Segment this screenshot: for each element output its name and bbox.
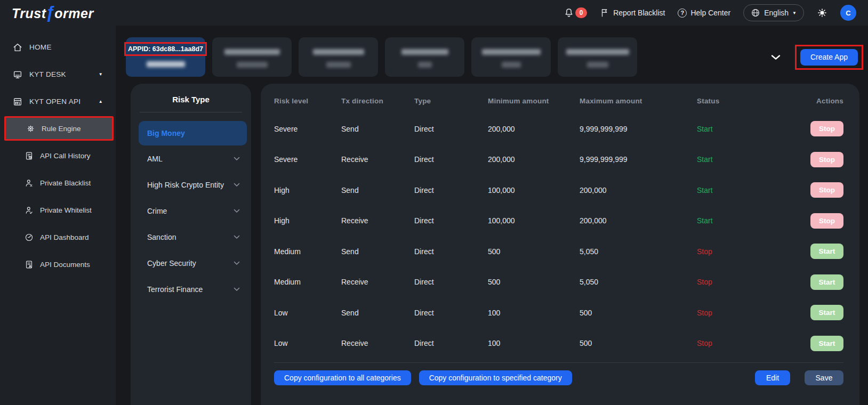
- action-button[interactable]: Start: [810, 274, 843, 290]
- help-icon: [678, 9, 687, 18]
- status-text: Start: [697, 216, 785, 225]
- blurred-text: [313, 49, 364, 55]
- risk-type-item[interactable]: AML: [131, 146, 251, 172]
- notifications-button[interactable]: 0: [564, 7, 587, 18]
- chevron-down-icon: ▼: [99, 72, 103, 77]
- table-row: Medium Receive Direct 500 5,050 Stop Sta…: [274, 267, 843, 298]
- save-button[interactable]: Save: [805, 370, 843, 385]
- language-label: English: [764, 9, 789, 17]
- cell-type: Direct: [414, 155, 488, 164]
- action-button[interactable]: Start: [810, 244, 843, 259]
- risk-type-item[interactable]: Big Money: [139, 121, 247, 145]
- chevron-down-icon: [234, 261, 240, 265]
- document-history-icon: [25, 151, 34, 160]
- blurred-app-name: [147, 61, 185, 67]
- user-avatar[interactable]: C: [840, 5, 856, 21]
- action-button[interactable]: Stop: [810, 121, 843, 136]
- blurred-text: [482, 49, 541, 55]
- table-row: Low Receive Direct 100 500 Stop Start: [274, 328, 843, 359]
- sidebar-item-private-whitelist[interactable]: Private Whitelist: [0, 197, 116, 224]
- cell-minimum-amount: 200,000: [488, 125, 580, 133]
- blurred-text: [418, 62, 432, 68]
- logo-text-part2: ormer: [54, 6, 93, 21]
- copy-all-categories-button[interactable]: Copy configuration to all categories: [274, 370, 411, 385]
- cell-minimum-amount: 500: [488, 278, 580, 286]
- risk-type-panel: Risk Type Big Money AML High Risk Crypto…: [131, 84, 251, 405]
- cell-risk-level: Low: [274, 339, 341, 347]
- action-button[interactable]: Stop: [810, 182, 843, 198]
- risk-type-item[interactable]: High Risk Crypto Entity: [131, 172, 251, 198]
- person-whitelist-icon: [25, 206, 34, 215]
- header-risk-level: Risk level: [274, 97, 341, 105]
- report-blacklist-button[interactable]: Report Blacklist: [600, 8, 665, 18]
- logo-text-part1: Trust: [12, 6, 46, 21]
- sidebar-item-private-blacklist[interactable]: Private Blacklist: [0, 169, 116, 197]
- status-text: Stop: [697, 278, 785, 286]
- cell-risk-level: Severe: [274, 155, 341, 164]
- expand-apps-chevron-icon[interactable]: [769, 51, 782, 63]
- risk-type-item[interactable]: Sanction: [131, 224, 251, 250]
- cell-minimum-amount: 100: [488, 309, 580, 317]
- risk-type-title: Risk Type: [131, 84, 251, 104]
- app-card-selected[interactable]: APPID: 63dc88...1aa8d7: [126, 37, 205, 77]
- risk-type-item[interactable]: Cyber Security: [131, 250, 251, 276]
- copy-specified-category-button[interactable]: Copy configuration to specified category: [419, 370, 572, 385]
- risk-type-label: Crime: [147, 207, 167, 215]
- cell-minimum-amount: 100: [488, 339, 580, 347]
- blurred-text: [401, 49, 448, 55]
- app-card-blurred[interactable]: [385, 37, 464, 77]
- status-text: Start: [697, 155, 785, 164]
- header-minimum-amount: Minimum amount: [488, 97, 580, 105]
- blurred-text: [237, 62, 268, 68]
- report-blacklist-label: Report Blacklist: [613, 9, 665, 17]
- sidebar-item-api-dashboard[interactable]: API Dashboard: [0, 224, 116, 251]
- cell-maximum-amount: 5,050: [580, 278, 697, 286]
- cell-tx-direction: Receive: [341, 339, 414, 347]
- sidebar-item-kyt-desk[interactable]: KYT DESK ▼: [0, 61, 116, 88]
- create-app-button[interactable]: Create App: [800, 49, 858, 66]
- divider: [140, 112, 242, 112]
- risk-type-item[interactable]: Terrorist Finance: [131, 277, 251, 302]
- cell-minimum-amount: 100,000: [488, 216, 580, 225]
- app-card-blurred[interactable]: [212, 37, 292, 77]
- globe-icon: [751, 8, 760, 18]
- app-logo: Trustƒormer: [12, 3, 94, 22]
- cell-maximum-amount: 500: [580, 339, 697, 347]
- table-header-row: Risk level Tx direction Type Minimum amo…: [274, 84, 843, 114]
- sidebar-item-home[interactable]: HOME: [0, 34, 116, 61]
- sidebar-item-api-call-history[interactable]: API Call History: [0, 142, 116, 169]
- risk-type-label: High Risk Crypto Entity: [147, 181, 224, 189]
- help-center-button[interactable]: Help Center: [678, 9, 730, 18]
- app-card-blurred[interactable]: [558, 37, 637, 77]
- edit-button[interactable]: Edit: [755, 370, 790, 385]
- action-button[interactable]: Start: [810, 336, 843, 351]
- status-text: Start: [697, 186, 785, 195]
- table-row: High Send Direct 100,000 200,000 Start S…: [274, 175, 843, 206]
- action-button[interactable]: Stop: [810, 213, 843, 229]
- cell-risk-level: Medium: [274, 278, 341, 286]
- cell-maximum-amount: 9,999,999,999: [580, 155, 697, 164]
- cell-tx-direction: Send: [341, 247, 414, 256]
- sidebar-item-label: API Dashboard: [40, 233, 89, 241]
- action-button[interactable]: Stop: [810, 152, 843, 167]
- action-button[interactable]: Start: [810, 305, 843, 320]
- cell-minimum-amount: 200,000: [488, 155, 580, 164]
- risk-type-item[interactable]: Crime: [131, 198, 251, 224]
- app-card-blurred[interactable]: [471, 37, 551, 77]
- sidebar-item-label: Private Whitelist: [40, 206, 92, 214]
- chevron-down-icon: [234, 157, 240, 161]
- header-maximum-amount: Maximum amount: [580, 97, 697, 105]
- cell-tx-direction: Send: [341, 125, 414, 133]
- risk-type-label: AML: [147, 155, 163, 163]
- language-selector[interactable]: English ▼: [743, 4, 804, 21]
- api-window-icon: [13, 97, 22, 107]
- cell-type: Direct: [414, 216, 488, 225]
- theme-toggle-sun-icon[interactable]: [817, 7, 827, 18]
- help-center-label: Help Center: [690, 9, 730, 17]
- sidebar-item-rule-engine[interactable]: Rule Engine: [4, 116, 114, 141]
- app-card-blurred[interactable]: [299, 37, 378, 77]
- chevron-down-icon: [234, 183, 240, 187]
- cell-tx-direction: Receive: [341, 155, 414, 164]
- sidebar-item-kyt-open-api[interactable]: KYT OPEN API ▲: [0, 88, 116, 115]
- sidebar-item-api-documents[interactable]: API Documents: [0, 251, 116, 278]
